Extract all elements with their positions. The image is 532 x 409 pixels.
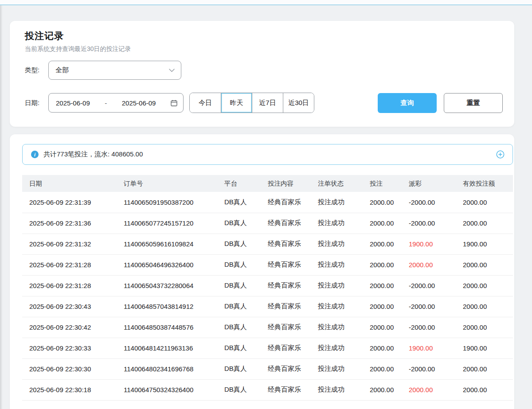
- column-header-4: 注单状态: [311, 175, 363, 192]
- cell-date: 2025-06-09 22:30:30: [22, 358, 117, 379]
- cell-order: 1140065046496326400: [117, 254, 217, 275]
- cell-platform: DB真人: [217, 296, 261, 317]
- cell-date: 2025-06-09 22:31:28: [22, 254, 117, 275]
- cell-status: 投注成功: [311, 254, 363, 275]
- column-header-0: 日期: [22, 175, 117, 192]
- cell-valid: 2000.00: [456, 296, 513, 317]
- quick-range-button-2[interactable]: 近7日: [252, 93, 283, 113]
- cell-bet: 2000.00: [363, 254, 402, 275]
- cell-platform: DB真人: [217, 192, 261, 213]
- filter-card: 投注记录 当前系统支持查询最近30日的投注记录 类型: 全部 日期: 2025-…: [10, 21, 514, 127]
- top-divider: [0, 4, 532, 5]
- cell-payout: 2000.00: [402, 379, 456, 400]
- cell-order: 1140064802341696768: [117, 358, 217, 379]
- info-icon: i: [31, 151, 39, 158]
- cell-bet: 2000.00: [363, 358, 402, 379]
- cell-content: 经典百家乐: [261, 338, 311, 358]
- results-card: i 共计773笔投注，流水: 408605.00 日期订单号平台投注内容注单状态…: [10, 134, 514, 409]
- column-header-2: 平台: [217, 175, 261, 192]
- type-select[interactable]: 全部: [48, 61, 181, 80]
- cell-status: 投注成功: [311, 234, 363, 254]
- table-row: 2025-06-09 22:31:391140065091950387200DB…: [22, 192, 513, 213]
- cell-order: 1140065091950387200: [117, 192, 217, 213]
- cell-status: 投注成功: [311, 358, 363, 379]
- table-row: 2025-06-09 22:31:361140065077245157120DB…: [22, 213, 513, 234]
- table-row: 2025-06-09 22:30:331140064814211963136DB…: [22, 338, 513, 358]
- cell-payout: -2000.00: [402, 296, 456, 317]
- cell-platform: DB真人: [217, 338, 261, 358]
- cell-valid: 1900.00: [456, 234, 513, 254]
- type-label: 类型:: [25, 66, 43, 74]
- cell-valid: 2000.00: [456, 275, 513, 296]
- column-header-3: 投注内容: [261, 175, 311, 192]
- cell-date: 2025-06-09 22:30:43: [22, 296, 117, 317]
- date-label: 日期:: [25, 99, 43, 107]
- date-start-value: 2025-06-09: [56, 99, 90, 107]
- table-row: 2025-06-09 22:30:181140064750324326400DB…: [22, 379, 513, 400]
- cell-status: 投注成功: [311, 317, 363, 338]
- cell-platform: DB真人: [217, 317, 261, 338]
- cell-bet: 2000.00: [363, 192, 402, 213]
- quick-range-button-0[interactable]: 今日: [190, 93, 221, 113]
- cell-date: 2025-06-09 22:30:18: [22, 379, 117, 400]
- cell-bet: 2000.00: [363, 213, 402, 234]
- quick-range-button-3[interactable]: 近30日: [283, 93, 314, 113]
- cell-valid: 2000.00: [456, 379, 513, 400]
- cell-valid: 2000.00: [456, 317, 513, 338]
- cell-content: 经典百家乐: [261, 358, 311, 379]
- cell-content: 经典百家乐: [261, 192, 311, 213]
- cell-status: 投注成功: [311, 338, 363, 358]
- reset-button[interactable]: 重置: [444, 93, 503, 113]
- cell-status: 投注成功: [311, 275, 363, 296]
- cell-status: 投注成功: [311, 192, 363, 213]
- cell-status: 投注成功: [311, 296, 363, 317]
- type-filter-row: 类型: 全部: [25, 61, 503, 80]
- table-row: 2025-06-09 22:31:321140065059616109824DB…: [22, 234, 513, 254]
- cell-payout: -2000.00: [402, 317, 456, 338]
- cell-date: 2025-06-09 22:30:33: [22, 338, 117, 358]
- cell-valid: 2000.00: [456, 254, 513, 275]
- cell-content: 经典百家乐: [261, 317, 311, 338]
- cell-platform: DB真人: [217, 379, 261, 400]
- cell-platform: DB真人: [217, 213, 261, 234]
- cell-bet: 2000.00: [363, 296, 402, 317]
- cell-payout: 2000.00: [402, 254, 456, 275]
- query-button[interactable]: 查询: [378, 93, 437, 113]
- cell-order: 1140064850387448576: [117, 317, 217, 338]
- table-body: 2025-06-09 22:31:391140065091950387200DB…: [22, 192, 513, 400]
- expand-plus-icon[interactable]: [496, 150, 505, 159]
- quick-range-button-1[interactable]: 昨天: [221, 93, 252, 113]
- cell-order: 1140065077245157120: [117, 213, 217, 234]
- cell-order: 1140064814211963136: [117, 338, 217, 358]
- table-row: 2025-06-09 22:30:301140064802341696768DB…: [22, 358, 513, 379]
- table-row: 2025-06-09 22:31:281140065043732280064DB…: [22, 275, 513, 296]
- cell-status: 投注成功: [311, 213, 363, 234]
- cell-bet: 2000.00: [363, 317, 402, 338]
- cell-order: 1140064750324326400: [117, 379, 217, 400]
- cell-content: 经典百家乐: [261, 379, 311, 400]
- table-header-row: 日期订单号平台投注内容注单状态投注派彩有效投注额: [22, 175, 513, 192]
- cell-date: 2025-06-09 22:31:28: [22, 275, 117, 296]
- date-range-separator: -: [105, 99, 107, 107]
- date-range-input[interactable]: 2025-06-09 - 2025-06-09: [48, 93, 184, 113]
- table-row: 2025-06-09 22:31:281140065046496326400DB…: [22, 254, 513, 275]
- page-title: 投注记录: [25, 30, 503, 42]
- calendar-icon: [171, 100, 177, 106]
- cell-content: 经典百家乐: [261, 296, 311, 317]
- cell-payout: -2000.00: [402, 358, 456, 379]
- cell-order: 1140064857043814912: [117, 296, 217, 317]
- table-row: 2025-06-09 22:30:431140064857043814912DB…: [22, 296, 513, 317]
- cell-content: 经典百家乐: [261, 234, 311, 254]
- filter-actions: 查询 重置: [378, 93, 503, 113]
- column-header-7: 有效投注额: [456, 175, 513, 192]
- cell-date: 2025-06-09 22:31:32: [22, 234, 117, 254]
- column-header-5: 投注: [363, 175, 402, 192]
- cell-platform: DB真人: [217, 234, 261, 254]
- cell-payout: 1900.00: [402, 338, 456, 358]
- cell-date: 2025-06-09 22:30:42: [22, 317, 117, 338]
- column-header-6: 派彩: [402, 175, 456, 192]
- cell-payout: 1900.00: [402, 234, 456, 254]
- cell-date: 2025-06-09 22:31:36: [22, 213, 117, 234]
- cell-platform: DB真人: [217, 275, 261, 296]
- cell-valid: 2000.00: [456, 213, 513, 234]
